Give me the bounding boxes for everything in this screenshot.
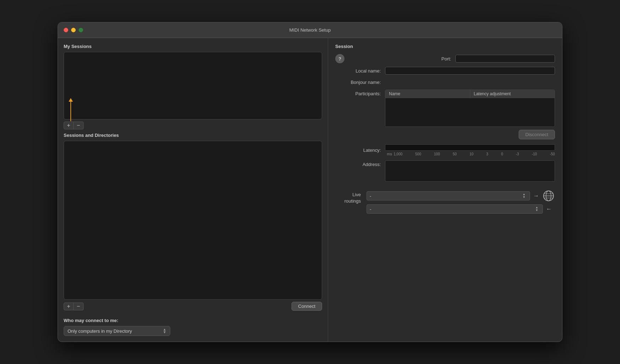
latency-ms-label: ms (385, 152, 392, 156)
routings-controls: - ▲ ▼ → (367, 189, 555, 214)
my-sessions-label: My Sessions (64, 44, 322, 49)
session-label: Session (335, 44, 555, 49)
my-sessions-list (64, 52, 322, 119)
disconnect-button[interactable]: Disconnect (519, 130, 555, 139)
sessions-directories-controls: + − Connect (64, 300, 322, 313)
table-col-latency: Latency adjustment (470, 90, 555, 98)
routing-row-2: - ▲ ▼ ← (367, 204, 555, 214)
arrow-indicator (69, 98, 73, 121)
my-sessions-section: My Sessions + − (64, 44, 322, 133)
help-button[interactable]: ? (335, 54, 344, 63)
routing-dropdown-1[interactable]: - ▲ ▼ (367, 191, 530, 200)
stepper-down-1-icon: ▼ (521, 196, 527, 199)
routing-dropdown-2[interactable]: - ▲ ▼ (367, 204, 543, 214)
stepper-down-2-icon: ▼ (534, 209, 540, 212)
dropdown-arrow-icon: ▲ ▼ (163, 328, 166, 334)
sessions-directories-list (64, 141, 322, 300)
latency-scale-500: 500 (415, 152, 421, 156)
latency-bar-fill (385, 145, 555, 150)
routing-row-1: - ▲ ▼ → (367, 189, 555, 202)
bonjour-name-value (385, 78, 555, 86)
titlebar: MIDI Network Setup (58, 22, 562, 38)
table-col-name: Name (385, 90, 470, 98)
live-routings-section: Live routings - ▲ ▼ → (335, 189, 555, 214)
arrow-head-icon (69, 98, 73, 102)
table-header: Name Latency adjustment (385, 90, 555, 98)
latency-scale-neg50: -50 (550, 152, 555, 156)
latency-scale-row: ms 1,000 500 100 50 10 3 0 -3 -10 -50 (385, 151, 555, 156)
close-button[interactable] (64, 28, 68, 32)
live-routings-label: Live routings (335, 189, 364, 204)
latency-scale-neg10: -10 (532, 152, 537, 156)
latency-scale-50: 50 (453, 152, 457, 156)
add-directory-button[interactable]: + (64, 303, 74, 310)
main-window: MIDI Network Setup My Sessions + − (58, 22, 562, 342)
address-row: Address: (335, 160, 555, 182)
participants-row: Participants: Name Latency adjustment (335, 90, 555, 127)
latency-scale-100: 100 (434, 152, 440, 156)
participants-table: Name Latency adjustment (385, 90, 555, 127)
routing-dropdown-2-value: - (370, 207, 371, 212)
left-panel: My Sessions + − Sessions and Directories (58, 38, 328, 342)
minimize-button[interactable] (71, 28, 76, 32)
globe-icon (543, 190, 554, 202)
who-connects-dropdown-value: Only computers in my Directory (68, 328, 132, 334)
traffic-lights (64, 28, 83, 32)
latency-bar (385, 144, 555, 151)
who-connects-label: Who may connect to me: (64, 318, 322, 323)
port-label: Port: (442, 56, 451, 61)
connect-button[interactable]: Connect (292, 302, 322, 311)
window-title: MIDI Network Setup (289, 27, 331, 33)
routing-dropdown-1-value: - (370, 193, 371, 199)
local-name-row: Local name: (335, 67, 555, 75)
table-body (385, 98, 555, 127)
latency-bar-container: ms 1,000 500 100 50 10 3 0 -3 -10 -50 (385, 144, 555, 156)
routing-stepper-2: ▲ ▼ (534, 204, 540, 214)
latency-scale: 1,000 500 100 50 10 3 0 -3 -10 -50 (394, 152, 555, 156)
participants-label: Participants: (335, 90, 385, 96)
maximize-button[interactable] (79, 28, 83, 32)
routing-arrow-left-icon: ← (544, 204, 554, 214)
latency-scale-10: 10 (470, 152, 474, 156)
latency-label: Latency: (335, 148, 385, 153)
main-content: My Sessions + − Sessions and Directories (58, 38, 562, 342)
address-box (385, 160, 555, 182)
latency-scale-3: 3 (486, 152, 488, 156)
remove-session-button[interactable]: − (74, 122, 84, 129)
sessions-directories-label: Sessions and Directories (64, 133, 322, 138)
add-session-button[interactable]: + (64, 122, 74, 129)
my-sessions-controls: + − (64, 119, 322, 132)
arrow-line (70, 102, 71, 121)
address-label: Address: (335, 160, 385, 167)
sessions-directories-section: Sessions and Directories + − Connect (64, 133, 322, 313)
bonjour-name-row: Bonjour name: (335, 78, 555, 86)
right-panel: Session ? Port: Local name: Bonjour name… (328, 38, 562, 342)
port-section: ? Port: (335, 54, 555, 63)
remove-directory-button[interactable]: − (74, 303, 84, 310)
routing-stepper-1: ▲ ▼ (521, 191, 527, 200)
who-connects-section: Who may connect to me: Only computers in… (64, 318, 322, 336)
latency-scale-1000: 1,000 (394, 152, 402, 156)
port-input[interactable] (455, 55, 555, 63)
latency-scale-neg3: -3 (516, 152, 519, 156)
latency-scale-0: 0 (501, 152, 503, 156)
globe-button[interactable] (542, 189, 555, 202)
local-name-input[interactable] (385, 67, 555, 75)
who-connects-dropdown[interactable]: Only computers in my Directory ▲ ▼ (64, 326, 170, 336)
routing-arrow-right-icon: → (531, 191, 541, 200)
local-name-label: Local name: (335, 68, 385, 74)
disconnect-row: Disconnect (335, 130, 555, 139)
bonjour-name-label: Bonjour name: (335, 80, 385, 85)
latency-row: Latency: ms 1,000 500 100 50 10 3 (335, 144, 555, 156)
